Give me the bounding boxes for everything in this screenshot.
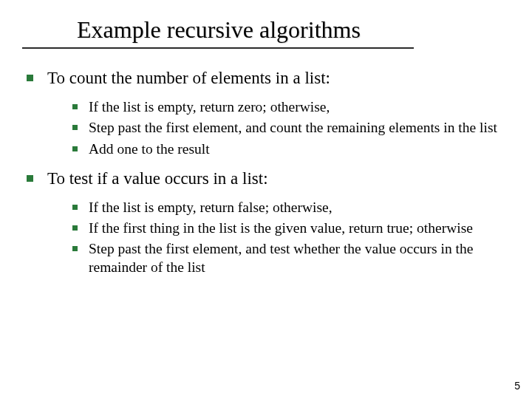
bullet-level2: If the list is empty, return zero; other… — [72, 98, 505, 116]
slide-body: To count the number of elements in a lis… — [27, 68, 505, 287]
slide: Example recursive algorithms To count th… — [0, 0, 532, 399]
list-item-text: Add one to the result — [89, 141, 210, 157]
square-bullet-icon — [72, 225, 78, 231]
title-underline — [0, 47, 532, 49]
bullet-level2: Step past the first element, and test wh… — [72, 240, 505, 276]
bullet-level1: To count the number of elements in a lis… — [27, 68, 505, 89]
list-item-text: Step past the first element, and test wh… — [89, 241, 473, 274]
section-heading: To count the number of elements in a lis… — [47, 69, 330, 87]
list-item-text: If the first thing in the list is the gi… — [89, 220, 473, 236]
bullet-level2: If the list is empty, return false; othe… — [72, 199, 505, 216]
list-item-text: If the list is empty, return false; othe… — [89, 200, 332, 215]
bullet-level2: If the first thing in the list is the gi… — [72, 219, 505, 237]
square-bullet-icon — [27, 175, 33, 182]
square-bullet-icon — [72, 146, 78, 151]
bullet-level2: Add one to the result — [72, 140, 505, 158]
page-number: 5 — [514, 380, 520, 392]
square-bullet-icon — [27, 75, 33, 81]
list-item-text: If the list is empty, return zero; other… — [89, 99, 330, 115]
square-bullet-icon — [72, 246, 78, 251]
section-heading: To test if a value occurs in a list: — [47, 169, 268, 188]
slide-title: Example recursive algorithms — [77, 16, 361, 44]
list-item-text: Step past the first element, and count t… — [89, 120, 497, 135]
sublist: If the list is empty, return zero; other… — [27, 98, 505, 158]
square-bullet-icon — [72, 104, 78, 109]
bullet-level2: Step past the first element, and count t… — [72, 119, 505, 137]
bullet-level1: To test if a value occurs in a list: — [27, 168, 505, 190]
square-bullet-icon — [72, 125, 78, 130]
square-bullet-icon — [72, 205, 78, 210]
sublist: If the list is empty, return false; othe… — [27, 199, 505, 277]
